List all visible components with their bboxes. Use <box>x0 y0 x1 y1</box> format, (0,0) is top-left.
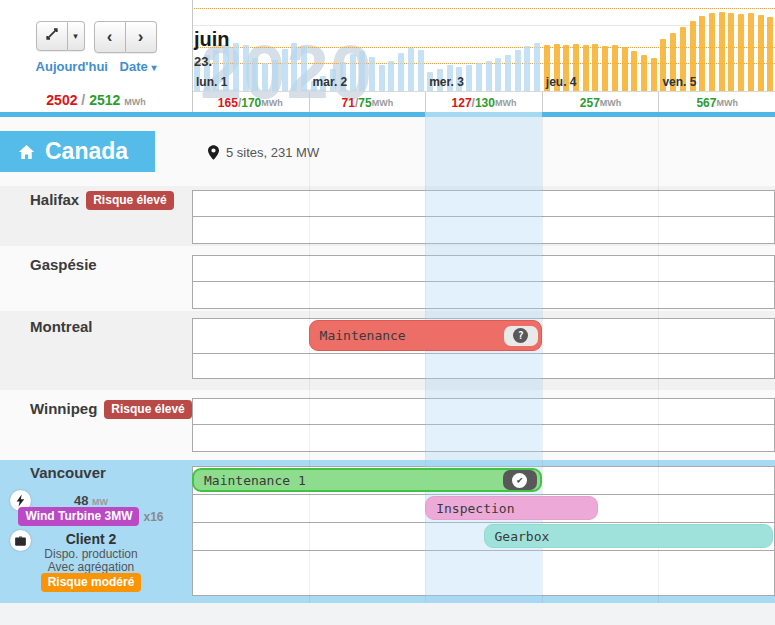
event-bar-maintenance[interactable]: Maintenance? <box>309 320 542 351</box>
event-bar-inspection[interactable]: Inspection <box>425 496 598 520</box>
total-unit: MWh <box>124 97 146 107</box>
prev-button[interactable]: ‹ <box>94 21 126 53</box>
region-name: Canada <box>45 138 128 165</box>
site-name: Halifax <box>30 191 79 208</box>
production-bar <box>252 58 258 91</box>
turbine-badge: Wind Turbine 3MW <box>18 507 139 526</box>
production-bar <box>466 65 472 91</box>
turbine-count: x16 <box>143 510 163 524</box>
expand-icon <box>45 27 59 45</box>
production-bar <box>738 14 744 91</box>
zoom-button-group: ▾ <box>36 21 85 53</box>
scheduler-app: ▾ ‹ › Aujourd'hui Date ▾ 2502 / 2512 MWh <box>0 0 775 625</box>
power-value: 48 <box>74 493 88 508</box>
production-bar <box>719 12 725 91</box>
production-bar <box>612 45 618 91</box>
site-label-halifax[interactable]: HalifaxRisque élevé <box>30 191 174 211</box>
daily-actual-value: 127 <box>452 96 472 110</box>
region-summary: 5 sites, 231 MW <box>208 144 319 160</box>
production-bar <box>272 60 278 91</box>
production-bar <box>495 58 501 91</box>
location-pin-icon <box>208 145 219 160</box>
today-link[interactable]: Aujourd'hui <box>36 59 108 74</box>
production-bar <box>233 43 239 91</box>
expand-button[interactable] <box>36 21 68 51</box>
risk-row: Risque modéré <box>0 573 182 593</box>
total-target: 2512 <box>89 92 120 108</box>
site-name: Gaspésie <box>30 256 97 273</box>
month-label: juin <box>194 28 230 51</box>
production-bar <box>369 57 375 91</box>
production-bar <box>767 17 773 91</box>
aggregation-line: Avec agrégation <box>0 560 182 574</box>
risk-badge: Risque élevé <box>104 400 191 419</box>
day-gridline <box>309 117 310 603</box>
power-unit: MW <box>92 497 108 507</box>
production-bar <box>379 65 385 91</box>
event-bar-maintenance-1[interactable]: Maintenance 1✔ <box>192 468 542 492</box>
home-icon <box>18 144 35 160</box>
header-controls-pane: ▾ ‹ › Aujourd'hui Date ▾ 2502 / 2512 MWh <box>0 0 193 112</box>
production-bar <box>602 46 608 91</box>
production-bar <box>622 47 628 91</box>
day-header-label[interactable]: ven. 5 <box>662 75 696 89</box>
client-name: Client 2 <box>0 531 182 547</box>
check-glyph: ✔ <box>512 473 527 488</box>
total-separator: / <box>81 92 85 108</box>
production-bar <box>476 63 482 91</box>
site-label-montreal[interactable]: Montreal <box>30 318 93 335</box>
week-number-label: 23. <box>194 54 212 69</box>
status-check-icon[interactable]: ✔ <box>503 470 537 490</box>
daily-value-cell: 71/75MWh <box>309 92 426 113</box>
production-bar <box>350 54 356 91</box>
production-bar <box>282 49 288 91</box>
production-bar <box>641 55 647 91</box>
chevron-right-icon: › <box>138 28 144 45</box>
event-label: Gearbox <box>495 529 550 544</box>
day-header-label[interactable]: lun. 1 <box>196 75 227 89</box>
question-glyph: ? <box>513 328 528 343</box>
production-bar <box>651 58 657 91</box>
risk-badge-moderate: Risque modéré <box>41 573 142 592</box>
site-label-vancouver[interactable]: Vancouver <box>30 464 106 481</box>
daily-actual-value: 71 <box>342 96 355 110</box>
date-dropdown-link[interactable]: Date ▾ <box>120 59 157 74</box>
production-bar <box>758 15 764 91</box>
production-bar <box>262 63 268 91</box>
site-name: Montreal <box>30 318 93 335</box>
site-label-gaspesie[interactable]: Gaspésie <box>30 256 97 273</box>
day-header-label[interactable]: jeu. 4 <box>546 75 577 89</box>
region-banner[interactable]: Canada <box>0 131 155 172</box>
site-label-winnipeg[interactable]: WinnipegRisque élevé <box>30 400 192 420</box>
zoom-dropdown-button[interactable]: ▾ <box>68 21 85 51</box>
production-bar <box>583 45 589 91</box>
daily-values-row: 165/170MWh71/75MWh127/130MWh257MWh567MWh <box>192 91 775 113</box>
daily-value-unit: MWh <box>495 98 517 108</box>
daily-value-cell: 257MWh <box>542 92 659 113</box>
production-bar <box>301 46 307 91</box>
next-button[interactable]: › <box>126 21 157 53</box>
daily-target-value: 257 <box>580 96 600 110</box>
turbine-row: Wind Turbine 3MWx16 <box>0 507 182 527</box>
caret-down-icon: ▾ <box>151 62 156 73</box>
region-summary-text: 5 sites, 231 MW <box>226 145 319 160</box>
daily-value-cell: 165/170MWh <box>192 92 309 113</box>
production-bar <box>408 48 414 91</box>
production-bar <box>486 61 492 91</box>
event-bar-gearbox[interactable]: Gearbox <box>484 524 773 548</box>
header-divider <box>0 112 775 117</box>
day-header-label[interactable]: mer. 3 <box>429 75 464 89</box>
production-bar <box>398 53 404 91</box>
production-bar <box>515 50 521 91</box>
production-bar <box>709 13 715 91</box>
daily-value-unit: MWh <box>600 98 622 108</box>
daily-target-value: 170 <box>241 96 261 110</box>
daily-value-unit: MWh <box>372 98 394 108</box>
event-label: Inspection <box>436 501 514 516</box>
production-bar <box>524 46 530 91</box>
status-question-icon[interactable]: ? <box>504 326 538 346</box>
site-name: Winnipeg <box>30 400 97 417</box>
daily-value-unit: MWh <box>716 98 738 108</box>
event-label: Maintenance 1 <box>204 473 306 488</box>
day-header-label[interactable]: mar. 2 <box>313 75 348 89</box>
